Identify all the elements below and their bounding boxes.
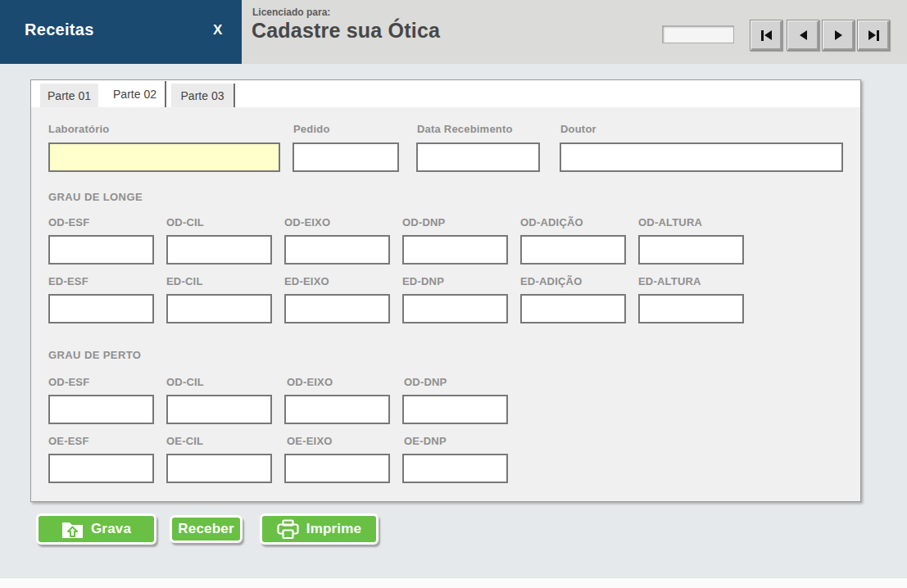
perto-od-cil-input[interactable] (166, 395, 272, 424)
last-record-button[interactable] (857, 20, 890, 51)
previous-record-button[interactable] (787, 20, 819, 51)
first-record-icon (761, 30, 764, 41)
longe-ed-eixo-input[interactable] (284, 294, 390, 323)
doutor-label: Doutor (560, 123, 596, 135)
imprime-button[interactable]: Imprime (260, 513, 379, 545)
longe-ed-eixo-label: ED-EIXO (284, 275, 329, 287)
longe-ed-altura-input[interactable] (638, 294, 744, 323)
next-record-icon (835, 30, 842, 40)
next-record-button[interactable] (822, 20, 855, 51)
perto-oe-cil-label: OE-CIL (166, 435, 203, 447)
perto-oe-eixo-input[interactable] (284, 454, 390, 483)
laboratorio-label: Laboratório (48, 123, 109, 135)
tab-strip: Parte 01 Parte 02 Parte 03 (31, 80, 860, 107)
last-record-icon (868, 30, 876, 40)
tab-parte-03[interactable]: Parte 03 (171, 84, 235, 107)
pedido-label: Pedido (293, 123, 330, 135)
licensed-to-caption: Licenciado para: (252, 7, 330, 18)
longe-ed-dnp-label: ED-DNP (402, 275, 444, 287)
perto-oe-dnp-label: OE-DNP (404, 435, 447, 447)
previous-record-icon (800, 30, 807, 40)
data-recebimento-label: Data Recebimento (417, 123, 513, 135)
receber-button-label: Receber (178, 521, 234, 537)
grava-button-label: Grava (91, 521, 131, 537)
data-recebimento-input[interactable] (416, 142, 540, 172)
perto-od-dnp-input[interactable] (402, 395, 508, 424)
receber-button[interactable]: Receber (170, 515, 243, 543)
header-bar: Receitas X Licenciado para: Cadastre sua… (0, 0, 907, 64)
longe-ed-dnp-input[interactable] (402, 294, 508, 323)
pedido-input[interactable] (293, 142, 399, 172)
doutor-input[interactable] (560, 142, 843, 172)
longe-od-eixo-label: OD-EIXO (284, 216, 330, 228)
folder-upload-icon (61, 520, 84, 539)
longe-od-dnp-label: OD-DNP (402, 216, 445, 228)
longe-od-adicao-input[interactable] (520, 235, 626, 265)
grava-button[interactable]: Grava (36, 513, 156, 545)
imprime-button-label: Imprime (306, 521, 362, 537)
window-title-bar: Receitas X (0, 0, 242, 64)
longe-ed-esf-input[interactable] (48, 294, 154, 323)
longe-od-altura-label: OD-ALTURA (638, 216, 702, 228)
perto-od-cil-label: OD-CIL (166, 376, 204, 388)
longe-od-adicao-label: OD-ADIÇÃO (520, 216, 583, 228)
longe-od-dnp-input[interactable] (402, 235, 508, 265)
tab-parte-01[interactable]: Parte 01 (40, 84, 98, 107)
longe-od-cil-input[interactable] (166, 235, 272, 265)
record-number-input[interactable] (662, 25, 734, 43)
perto-od-eixo-label: OD-EIXO (287, 376, 333, 388)
longe-od-esf-input[interactable] (48, 235, 154, 265)
perto-oe-esf-label: OE-ESF (48, 435, 89, 447)
window-bottom-edge (0, 577, 907, 588)
perto-oe-dnp-input[interactable] (402, 454, 508, 483)
perto-oe-esf-input[interactable] (48, 454, 154, 483)
longe-od-esf-label: OD-ESF (48, 216, 89, 228)
tab-parte-02[interactable]: Parte 02 (105, 81, 166, 107)
close-icon[interactable]: X (213, 22, 222, 38)
grau-longe-title: GRAU DE LONGE (48, 191, 143, 203)
form-panel: Parte 01 Parte 02 Parte 03 Laboratório P… (30, 79, 861, 502)
perto-od-eixo-input[interactable] (284, 395, 390, 424)
longe-od-eixo-input[interactable] (284, 235, 390, 265)
longe-ed-altura-label: ED-ALTURA (638, 275, 701, 287)
printer-icon (277, 519, 299, 540)
first-record-button[interactable] (750, 20, 782, 51)
longe-od-cil-label: OD-CIL (166, 216, 204, 228)
longe-od-altura-input[interactable] (638, 235, 744, 265)
perto-oe-eixo-label: OE-EIXO (287, 435, 333, 447)
laboratorio-input[interactable] (48, 142, 280, 172)
perto-od-dnp-label: OD-DNP (404, 376, 447, 388)
perto-od-esf-input[interactable] (48, 395, 154, 424)
longe-ed-esf-label: ED-ESF (48, 275, 88, 287)
grau-perto-title: GRAU DE PERTO (48, 349, 141, 361)
longe-ed-cil-input[interactable] (166, 294, 272, 323)
longe-ed-cil-label: ED-CIL (166, 275, 203, 287)
licensed-to-name: Cadastre sua Ótica (252, 19, 440, 43)
longe-ed-adicao-input[interactable] (520, 294, 626, 323)
longe-ed-adicao-label: ED-ADIÇÃO (520, 275, 582, 287)
perto-od-esf-label: OD-ESF (48, 376, 89, 388)
perto-oe-cil-input[interactable] (166, 454, 272, 483)
window-title: Receitas (25, 20, 94, 39)
